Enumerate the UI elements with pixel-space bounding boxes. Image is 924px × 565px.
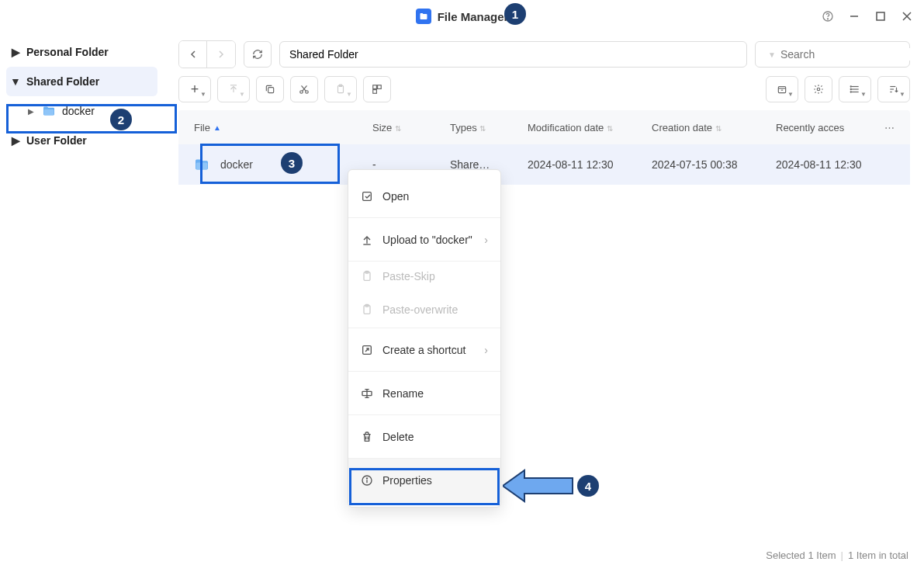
svg-rect-33 <box>196 163 207 170</box>
archive-button[interactable]: ▼ <box>766 76 798 102</box>
ctx-open[interactable]: Open <box>348 175 500 218</box>
help-button[interactable] <box>822 10 834 23</box>
svg-point-29 <box>850 92 851 92</box>
folder-icon <box>42 106 56 116</box>
shortcut-icon <box>361 344 373 356</box>
chevron-right-icon: ▶ <box>26 106 36 116</box>
file-name: docker <box>220 158 253 171</box>
svg-rect-19 <box>373 90 377 94</box>
ctx-paste-over: Paste-overwrite <box>348 291 500 328</box>
sidebar: ▶ Personal Folder ▼ Shared Folder ▶ dock… <box>0 33 164 545</box>
search-input[interactable] <box>780 48 916 61</box>
annotation-arrow <box>503 464 580 508</box>
sidebar-item-docker[interactable]: ▶ docker <box>0 96 164 126</box>
svg-rect-10 <box>268 88 274 93</box>
open-icon <box>361 190 373 203</box>
settings-button[interactable] <box>805 76 832 102</box>
annotation-badge-3: 3 <box>281 152 303 174</box>
titlebar: File Manager <box>0 0 924 33</box>
close-button[interactable] <box>901 10 913 23</box>
svg-point-27 <box>850 86 851 87</box>
chevron-right-icon: ▶ <box>11 47 20 57</box>
paste-icon <box>361 303 373 316</box>
sidebar-item-personal[interactable]: ▶ Personal Folder <box>0 37 164 67</box>
statusbar: Selected 1 Item | 1 Item in total <box>766 545 908 565</box>
paste-icon <box>361 270 373 282</box>
app-icon <box>416 9 431 24</box>
sort-button[interactable]: ▼ <box>877 76 910 102</box>
chevron-right-icon: ▶ <box>11 136 20 145</box>
ctx-delete[interactable]: Delete <box>348 415 500 459</box>
app-title: File Manager <box>438 10 509 23</box>
col-header-create[interactable]: Creation date ⇅ <box>652 122 776 133</box>
svg-rect-6 <box>44 109 54 116</box>
refresh-button[interactable] <box>244 41 272 68</box>
cell-mod: 2024-08-11 12:30 <box>528 158 652 171</box>
annotation-badge-1: 1 <box>504 3 526 25</box>
more-columns-icon[interactable]: ⋯ <box>884 122 895 133</box>
sidebar-label: Shared Folder <box>26 75 99 88</box>
chevron-right-icon: › <box>484 234 488 246</box>
ctx-shortcut[interactable]: Create a shortcut › <box>348 328 500 372</box>
upload-button[interactable]: ▼ <box>217 76 250 102</box>
info-icon <box>361 474 373 487</box>
status-selected: Selected 1 Item <box>766 549 836 561</box>
svg-point-47 <box>366 478 367 479</box>
cell-recent: 2024-08-11 12:30 <box>776 158 884 171</box>
svg-rect-18 <box>378 85 382 89</box>
chevron-right-icon: › <box>484 344 488 356</box>
status-total: 1 Item in total <box>848 549 908 561</box>
table-header: File ▲ Size ⇅ Types ⇅ Modification date … <box>178 110 910 144</box>
svg-rect-3 <box>877 12 884 20</box>
ctx-paste-skip: Paste-Skip <box>348 262 500 291</box>
multi-button[interactable] <box>363 76 391 102</box>
svg-rect-17 <box>373 85 377 89</box>
svg-rect-20 <box>778 87 785 93</box>
minimize-button[interactable] <box>848 10 860 23</box>
sidebar-label: docker <box>62 105 95 117</box>
cut-button[interactable] <box>290 76 318 102</box>
paste-button[interactable]: ▼ <box>324 76 357 102</box>
context-menu: Open Upload to "docker" › Paste-Skip Pas… <box>348 169 501 508</box>
svg-point-1 <box>827 19 828 19</box>
svg-rect-34 <box>363 192 372 200</box>
upload-icon <box>361 234 373 246</box>
col-header-types[interactable]: Types ⇅ <box>450 122 528 133</box>
annotation-badge-4: 4 <box>577 475 599 497</box>
svg-point-23 <box>817 88 820 91</box>
chevron-down-icon: ▼ <box>768 50 776 59</box>
ctx-upload[interactable]: Upload to "docker" › <box>348 218 500 262</box>
col-header-file[interactable]: File ▲ <box>194 122 372 133</box>
cell-create: 2024-07-15 00:38 <box>652 158 776 171</box>
maximize-button[interactable] <box>874 10 887 23</box>
view-button[interactable]: ▼ <box>839 76 871 102</box>
search-box[interactable]: ▼ <box>755 41 910 68</box>
sidebar-label: Personal Folder <box>26 46 109 58</box>
breadcrumb-input[interactable] <box>279 41 747 68</box>
back-button[interactable] <box>179 41 207 68</box>
ctx-rename[interactable]: Rename <box>348 372 500 415</box>
ctx-properties[interactable]: Properties <box>348 459 500 502</box>
forward-button[interactable] <box>207 41 235 68</box>
chevron-down-icon: ▼ <box>11 77 20 86</box>
sidebar-item-shared[interactable]: ▼ Shared Folder <box>6 67 157 96</box>
svg-line-14 <box>302 85 306 91</box>
annotation-badge-2: 2 <box>110 109 132 130</box>
col-header-mod[interactable]: Modification date ⇅ <box>528 122 652 133</box>
svg-marker-48 <box>503 470 573 501</box>
folder-icon <box>194 158 209 171</box>
svg-line-13 <box>303 85 307 91</box>
copy-button[interactable] <box>256 76 284 102</box>
svg-point-28 <box>850 88 851 89</box>
rename-icon <box>361 387 373 400</box>
col-header-recent[interactable]: Recently acces <box>776 122 884 133</box>
sidebar-label: User Folder <box>26 134 87 147</box>
sidebar-item-user[interactable]: ▶ User Folder <box>0 126 164 155</box>
col-header-size[interactable]: Size ⇅ <box>372 122 450 133</box>
delete-icon <box>361 431 373 443</box>
add-button[interactable]: +▼ <box>178 76 211 102</box>
